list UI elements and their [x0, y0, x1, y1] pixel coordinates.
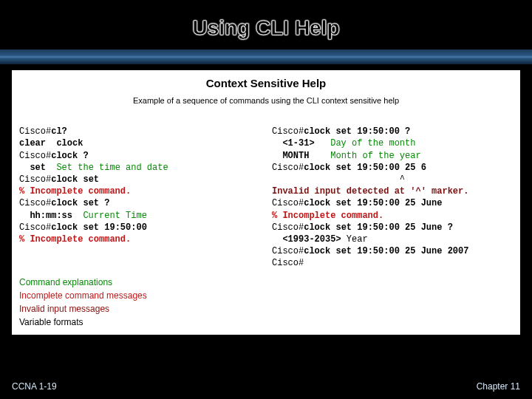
prompt: Cisco#	[19, 126, 51, 137]
cmd: clock set 19:50:00 25 June	[304, 198, 442, 208]
cmd: clock set 19:50:00 25 June 2007	[304, 246, 468, 256]
prompt: Cisco#	[272, 258, 304, 268]
key: <1-31>	[272, 138, 315, 149]
desc: Set the time and date	[46, 163, 168, 173]
key: <1993-2035>	[272, 234, 341, 245]
legend-invalid: Invalid input messages	[19, 302, 513, 316]
desc: Year	[341, 234, 368, 245]
desc: Current Time	[72, 211, 147, 221]
legend: Command explanations Incomplete command …	[19, 276, 513, 329]
prompt: Cisco#	[19, 151, 51, 161]
key: MONTH	[272, 151, 309, 161]
slide-title: Using CLI Help	[192, 16, 339, 42]
footer: CCNA 1-19 Chapter 11	[0, 381, 532, 392]
error: % Incomplete command.	[272, 211, 383, 221]
error: % Incomplete command.	[19, 186, 131, 197]
legend-explanations: Command explanations	[19, 276, 513, 289]
cmd: clock set 19:50:00 ?	[304, 126, 410, 137]
cmd: clock ?	[51, 151, 88, 161]
prompt: Cisco#	[19, 174, 51, 185]
cmd: clock set ?	[51, 198, 109, 208]
cmd: clock set 19:50:00 25 6	[304, 163, 426, 173]
cmd: clock set	[51, 174, 99, 185]
prompt: Cisco#	[272, 163, 304, 173]
prompt: Cisco#	[272, 126, 304, 137]
footer-left: CCNA 1-19	[12, 381, 57, 392]
prompt: Cisco#	[272, 222, 304, 233]
panel-heading: Context Sensitive Help	[19, 76, 513, 91]
right-column: Cisco#clock set 19:50:00 ? <1-31> Day of…	[272, 114, 513, 269]
cmd: cl?	[51, 126, 67, 137]
invalid: Invalid input detected at '^' marker.	[272, 186, 468, 197]
cmd: clock set 19:50:00 25 June ?	[304, 222, 453, 233]
legend-variable: Variable formats	[19, 316, 513, 329]
left-column: Cisco#cl? clear clock Cisco#clock ? set …	[19, 114, 260, 269]
prompt: Cisco#	[272, 246, 304, 256]
gradient-bar	[0, 50, 532, 64]
title-area: Using CLI Help	[0, 0, 532, 42]
output: clear clock	[19, 138, 83, 149]
cmd: clock set 19:50:00	[51, 222, 147, 233]
content-panel: Context Sensitive Help Example of a sequ…	[12, 70, 520, 335]
legend-incomplete: Incomplete command messages	[19, 289, 513, 302]
key: set	[19, 163, 46, 173]
prompt: Cisco#	[19, 198, 51, 208]
panel-subheading: Example of a sequence of commands using …	[19, 95, 513, 106]
desc: Month of the year	[309, 151, 420, 161]
desc: Day of the month	[315, 138, 416, 149]
prompt: Cisco#	[19, 222, 51, 233]
key: hh:mm:ss	[19, 211, 72, 221]
error: % Incomplete command.	[19, 234, 131, 245]
footer-right: Chapter 11	[477, 381, 520, 392]
columns: Cisco#cl? clear clock Cisco#clock ? set …	[19, 114, 513, 269]
caret: ^	[272, 174, 405, 185]
prompt: Cisco#	[272, 198, 304, 208]
